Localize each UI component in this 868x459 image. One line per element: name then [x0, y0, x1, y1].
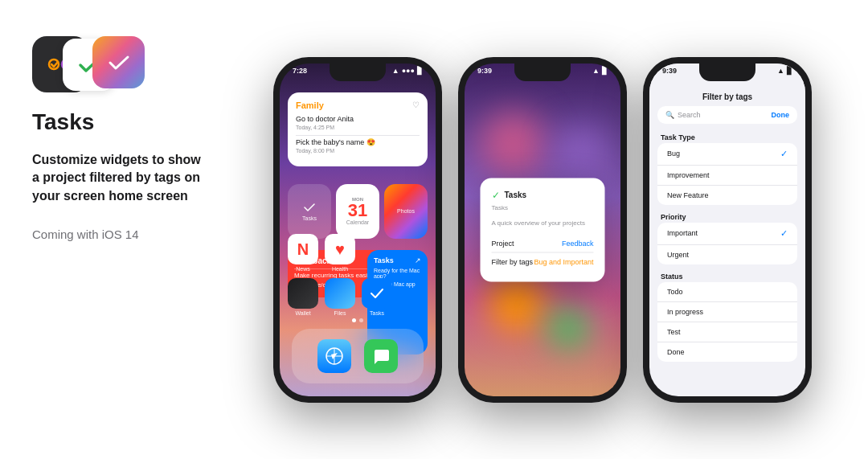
popup-project-value: Feedback	[562, 239, 594, 247]
popup-tags-value: Bug and Important	[534, 257, 593, 265]
tasks-small-label: Tasks	[302, 215, 317, 221]
wifi-icon: ▲	[392, 67, 399, 75]
app-icons	[32, 32, 137, 96]
filter-test[interactable]: Test	[657, 322, 797, 342]
tasks-grid-label: Tasks	[370, 310, 384, 316]
phone2-status-bar: 9:39 ▲ ▊	[465, 67, 620, 75]
messages-dock-icon[interactable]	[364, 339, 398, 373]
popup-description: A quick overview of your projects	[492, 219, 594, 226]
filter-in-progress[interactable]: In progress	[657, 302, 797, 322]
section-priority: Priority	[649, 210, 805, 223]
filter-improvement[interactable]: Improvement	[657, 166, 797, 186]
popup-tags-label: Filter by tags	[492, 257, 534, 265]
filter-important[interactable]: Important ✓	[657, 223, 797, 245]
phone3-battery: ▊	[787, 67, 792, 75]
news-label: News	[296, 266, 310, 272]
phone2-time: 9:39	[477, 67, 492, 75]
calendar-day: 31	[348, 202, 367, 219]
tasks-icon-small-img	[362, 278, 392, 309]
files-label: Files	[334, 310, 346, 316]
widget-calendar[interactable]: MON 31 Calendar	[336, 184, 379, 239]
app-description: Customize widgets to show a project filt…	[32, 151, 201, 205]
family-heart: ♡	[412, 100, 420, 109]
phone-2: 9:39 ▲ ▊ ✓ Tasks Tasks A quick overview …	[458, 57, 627, 403]
phone-1: 7:28 ▲ ●●● ▊ Family ♡ Go to doctor Anita…	[273, 57, 442, 403]
files-icon-img	[325, 278, 355, 309]
app-news[interactable]: News	[288, 234, 318, 272]
family-task1: Go to doctor Anita	[296, 115, 420, 123]
search-placeholder: Search	[678, 111, 701, 119]
blur-4	[548, 308, 588, 348]
blur-1	[481, 112, 545, 176]
widget-popup[interactable]: ✓ Tasks Tasks A quick overview of your p…	[481, 178, 605, 281]
test-label: Test	[667, 328, 681, 336]
small-widgets-row: Tasks MON 31 Calendar Photos	[288, 184, 428, 239]
priority-list: Important ✓ Urgent	[657, 223, 797, 264]
important-check: ✓	[780, 228, 788, 239]
photos-label: Photos	[397, 208, 415, 214]
filter-title: Filter by tags	[702, 92, 752, 101]
calendar-label: Calendar	[346, 219, 369, 225]
widget-tasks-small[interactable]: Tasks	[288, 184, 331, 239]
in-progress-label: In progress	[667, 308, 703, 316]
app-wallet[interactable]: Wallet	[288, 278, 318, 316]
dot-1	[352, 318, 356, 322]
phone1-status-right: ▲ ●●● ▊	[392, 67, 423, 75]
coming-soon: Coming with iOS 14	[32, 227, 201, 241]
family-task2: Pick the baby's name 😍	[296, 138, 420, 146]
news-icon-img	[288, 234, 318, 264]
popup-header: ✓ Tasks	[492, 189, 594, 200]
popup-title: Tasks	[505, 191, 527, 199]
left-panel: Tasks Customize widgets to show a projec…	[0, 0, 225, 459]
wallet-icon-img	[288, 278, 318, 309]
phone1-status-bar: 7:28 ▲ ●●● ▊	[280, 67, 436, 75]
phone1-time: 7:28	[293, 67, 307, 75]
filter-todo[interactable]: Todo	[657, 282, 797, 302]
phone-3: 9:39 ▲ ▊ Filter by tags 🔍 Search Done Ta…	[643, 57, 812, 403]
popup-check-icon: ✓	[492, 189, 500, 200]
filter-new-feature[interactable]: New Feature	[657, 186, 797, 205]
filter-search-left: 🔍 Search	[665, 111, 701, 119]
app-health[interactable]: Health	[325, 234, 355, 272]
blur-2	[556, 128, 604, 176]
page-dots	[280, 318, 436, 322]
app-title: Tasks	[32, 109, 201, 135]
section-status: Status	[649, 269, 805, 282]
phone2-battery: ▊	[602, 67, 608, 75]
app-grid: News Health Wallet Files	[288, 234, 428, 316]
app-tasks-widget-grid[interactable]	[362, 234, 428, 272]
blur-3	[489, 276, 545, 332]
health-icon-img	[325, 234, 355, 264]
widget-divider	[296, 135, 420, 136]
popup-project-label: Project	[492, 239, 514, 247]
task-type-list: Bug ✓ Improvement New Feature	[657, 143, 797, 205]
phone3-status-right: ▲ ▊	[777, 67, 792, 75]
widget-family[interactable]: Family ♡ Go to doctor Anita Today, 4:25 …	[288, 92, 428, 167]
important-label: Important	[667, 229, 698, 237]
phone2-status-right: ▲ ▊	[592, 67, 608, 75]
widget-photos[interactable]: Photos	[384, 184, 428, 239]
filter-search[interactable]: 🔍 Search Done	[657, 106, 797, 124]
popup-row-tags[interactable]: Filter by tags Bug and Important	[492, 252, 594, 270]
battery-icon: ▊	[417, 67, 423, 75]
filter-urgent[interactable]: Urgent	[657, 245, 797, 264]
phone2-screen: 9:39 ▲ ▊ ✓ Tasks Tasks A quick overview …	[465, 64, 620, 396]
app-tasks-grid[interactable]: Tasks	[362, 278, 392, 316]
done-button[interactable]: Done	[772, 111, 790, 119]
safari-dock-icon[interactable]	[317, 339, 351, 373]
status-list: Todo In progress Test Done	[657, 282, 797, 362]
family-task1-time: Today, 4:25 PM	[296, 125, 420, 130]
search-icon: 🔍	[665, 111, 674, 119]
filter-done[interactable]: Done	[657, 342, 797, 362]
family-task2-time: Today, 8:00 PM	[296, 148, 420, 154]
phone3-wifi: ▲	[777, 67, 784, 75]
phone3-time: 9:39	[662, 67, 677, 75]
health-label: Health	[332, 266, 348, 272]
popup-row-project[interactable]: Project Feedback	[492, 234, 594, 252]
section-task-type: Task Type	[649, 130, 805, 143]
family-title: Family	[296, 100, 324, 110]
dock	[292, 329, 424, 383]
filter-bug[interactable]: Bug ✓	[657, 143, 797, 166]
phones-area: 7:28 ▲ ●●● ▊ Family ♡ Go to doctor Anita…	[225, 0, 868, 459]
app-files[interactable]: Files	[325, 278, 355, 316]
